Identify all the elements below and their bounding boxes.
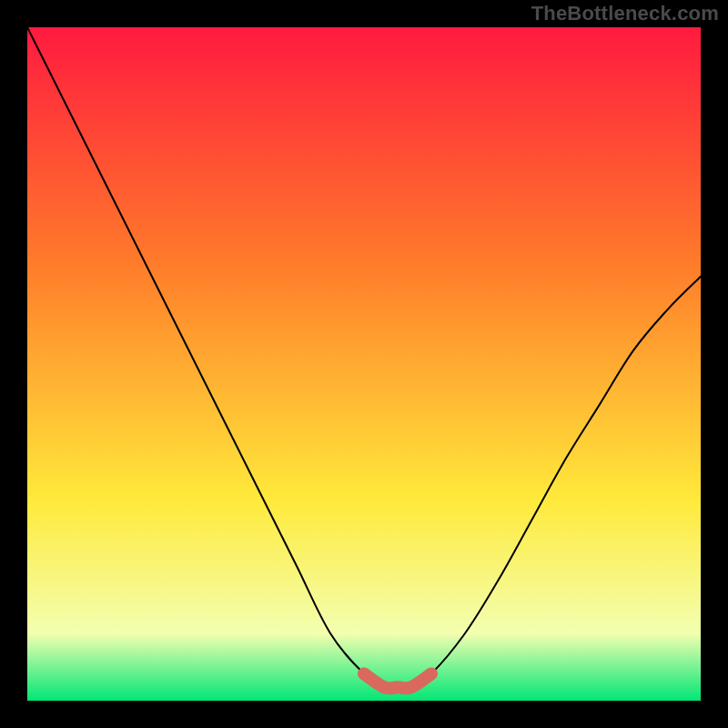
plot-area [27, 27, 701, 701]
gradient-bg [27, 27, 701, 701]
watermark-label: TheBottleneck.com [531, 2, 719, 25]
chart-frame: TheBottleneck.com [0, 0, 728, 728]
chart-svg [27, 27, 701, 701]
